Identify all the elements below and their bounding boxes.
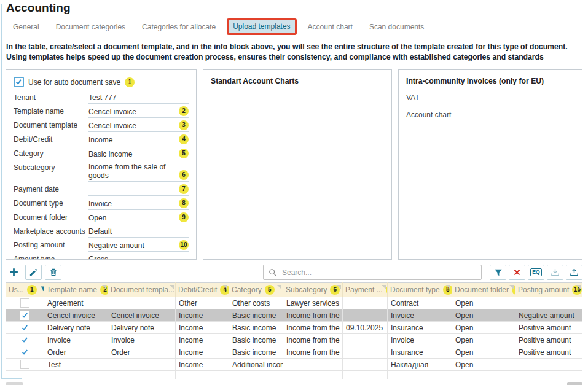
column-label: Us... — [9, 286, 24, 294]
eu-field-label: Account chart — [406, 111, 463, 120]
table-row-agreement[interactable]: AgreementOtherOther costsLawyer services… — [6, 297, 582, 309]
tab-upload-templates[interactable]: Upload templates — [227, 18, 296, 35]
field-label: Document type — [14, 198, 88, 210]
column-header-category[interactable]: Category5 — [229, 283, 283, 297]
page-size-100[interactable]: 100 — [28, 382, 50, 385]
use-checkbox-cell[interactable] — [6, 309, 44, 322]
use-checkbox-checked[interactable] — [20, 335, 29, 344]
cell-document_folder: Open — [452, 309, 515, 322]
add-template-button[interactable] — [6, 265, 22, 280]
field-value-amount-type[interactable]: Gross — [88, 254, 189, 260]
search-input[interactable] — [281, 268, 476, 278]
column-header-document-templa[interactable]: Document templa...3 — [108, 283, 176, 297]
cell-debit_credit: Income — [176, 322, 229, 334]
export-button[interactable] — [566, 265, 582, 280]
eu-field-value-vat[interactable] — [463, 93, 574, 103]
column-filter-icon[interactable] — [40, 286, 44, 294]
empty-cell — [6, 371, 44, 379]
use-checkbox-checked[interactable] — [20, 348, 29, 357]
tab-categories-for-allocate[interactable]: Categories for allocate — [136, 19, 221, 36]
use-checkbox-cell[interactable] — [6, 359, 44, 371]
page-title: Accounting — [0, 0, 588, 15]
use-for-auto-save-row[interactable]: Use for auto document save 1 — [14, 77, 189, 87]
clear-filter-button[interactable] — [509, 265, 525, 280]
table-row-test[interactable]: TestIncomeAdditional incomeНакладнаяOpen — [6, 359, 582, 371]
table-row-order[interactable]: OrderOrderIncomeBasic incomeIncome from … — [6, 346, 582, 359]
column-header-posting-amount[interactable]: Posting amount10 — [515, 283, 582, 297]
field-value-document-type[interactable]: Invoice8 — [88, 198, 189, 210]
field-value-document-template[interactable]: Cencel invoice3 — [88, 120, 189, 132]
sort-indicator-icon[interactable] — [170, 285, 174, 289]
tab-scan-documents[interactable]: Scan documents — [364, 19, 429, 36]
column-header-us[interactable]: Us...1 — [6, 283, 44, 297]
cell-debit_credit: Income — [176, 309, 229, 322]
sort-indicator-icon[interactable] — [223, 285, 227, 289]
hint-badge-9: 9 — [179, 212, 189, 222]
use-checkbox-unchecked[interactable] — [20, 360, 29, 369]
cell-document_type: Invoice — [388, 334, 452, 346]
field-value-posting-amount[interactable]: Negative amount10 — [88, 240, 189, 252]
use-checkbox-cell[interactable] — [6, 346, 44, 359]
sort-indicator-icon[interactable] — [102, 285, 106, 289]
tab-account-chart[interactable]: Account chart — [302, 19, 358, 36]
tab-general[interactable]: General — [7, 19, 45, 36]
sort-indicator-icon[interactable] — [337, 285, 341, 289]
edit-template-button[interactable] — [25, 265, 42, 280]
checkmark-icon — [15, 79, 22, 85]
filter-builder-button[interactable]: EQ — [528, 265, 544, 280]
field-value-debit-credit[interactable]: Income4 — [88, 134, 189, 146]
filter-builder-eq-icon: EQ — [530, 268, 541, 276]
export-tray-icon — [570, 268, 579, 277]
column-header-debit-credit[interactable]: Debit/Credit4 — [176, 283, 229, 297]
use-checkbox-cell[interactable] — [6, 322, 44, 334]
field-value-payment-date[interactable]: 7 — [88, 184, 189, 196]
page-button-1[interactable]: 1 — [567, 382, 582, 385]
sort-indicator-icon[interactable] — [446, 285, 450, 289]
cell-document_folder: Open — [452, 322, 515, 334]
field-value-tenant[interactable]: Test 777 — [88, 93, 189, 104]
empty-cell — [176, 371, 229, 379]
column-header-document-folder[interactable]: Document folder9 — [452, 283, 515, 297]
import-button[interactable] — [547, 265, 563, 280]
page-size-50[interactable]: 50 — [6, 382, 23, 385]
cell-posting_amount — [515, 297, 582, 309]
column-header-payment[interactable]: Payment ...7 — [343, 283, 388, 297]
table-row-delivery-note[interactable]: Delivery noteDelivery noteIncomeBasic in… — [6, 322, 582, 334]
use-checkbox-cell[interactable] — [6, 297, 44, 309]
tab-document-categories[interactable]: Document categories — [50, 19, 131, 36]
field-value-category[interactable]: Basic income5 — [88, 149, 189, 160]
info-panels: Use for auto document save 1 TenantTest … — [6, 69, 582, 260]
cell-template_name: Invoice — [44, 334, 108, 346]
hint-badge-4: 4 — [179, 134, 189, 144]
hint-badge-10: 10 — [179, 240, 189, 250]
field-value-template-name[interactable]: Cencel invoice2 — [88, 106, 189, 118]
field-value-subcategory[interactable]: Income from the sale of goods6 — [88, 163, 189, 182]
hint-badge-7: 7 — [179, 184, 189, 194]
field-value-marketplace-accounts[interactable]: Default — [88, 227, 189, 238]
field-value-document-folder[interactable]: Open9 — [88, 212, 189, 224]
column-header-template-name[interactable]: Template name2 — [44, 283, 108, 297]
table-row-invoice[interactable]: InvoiceInvoiceIncomeBasic incomeIncome f… — [6, 334, 582, 346]
column-header-content: Us...1 — [9, 285, 44, 295]
column-header-subcategory[interactable]: Subcategory6 — [283, 283, 343, 297]
empty-cell — [515, 371, 582, 379]
use-checkbox-cell[interactable] — [6, 334, 44, 346]
use-checkbox-checked[interactable] — [20, 323, 29, 332]
eu-field-value-account-chart[interactable] — [463, 111, 574, 120]
column-label: Document folder — [455, 286, 509, 294]
column-header-document-type[interactable]: Document type8 — [388, 283, 452, 297]
sort-indicator-icon[interactable] — [277, 285, 281, 289]
use-checkbox-checked[interactable] — [20, 311, 29, 320]
sort-indicator-icon[interactable] — [509, 285, 514, 289]
page-size-200[interactable]: 200 — [54, 382, 76, 385]
apply-filter-button[interactable] — [490, 265, 506, 280]
table-row-cencel-invoice[interactable]: Cencel invoiceCencel invoiceIncomeBasic … — [6, 309, 582, 322]
field-label: Marketplace accounts — [14, 227, 88, 238]
sort-indicator-icon[interactable] — [382, 285, 386, 289]
sort-indicator-icon[interactable] — [576, 285, 581, 289]
use-for-auto-save-checkbox[interactable] — [14, 77, 24, 87]
use-checkbox-unchecked[interactable] — [20, 298, 29, 308]
field-label: Tenant — [14, 93, 88, 104]
delete-template-button[interactable] — [45, 265, 61, 280]
empty-filler-row — [6, 371, 582, 379]
